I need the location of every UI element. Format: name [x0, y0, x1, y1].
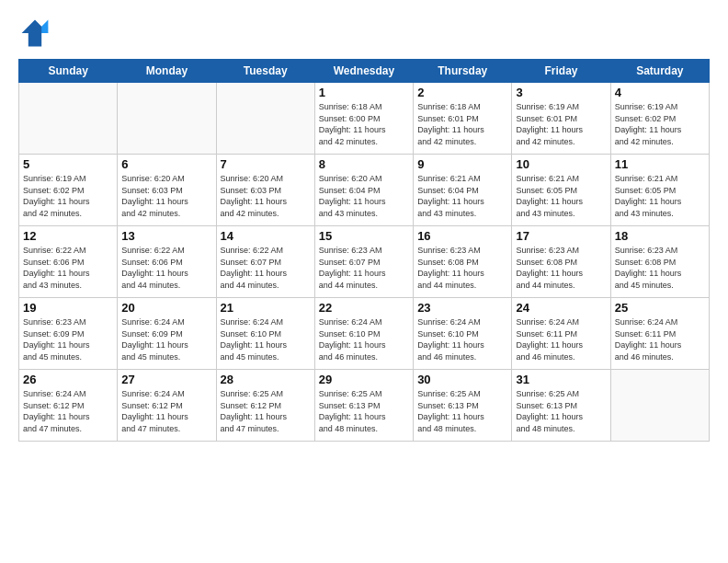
- day-number: 5: [23, 157, 113, 171]
- calendar-cell: 15Sunrise: 6:23 AM Sunset: 6:07 PM Dayli…: [314, 226, 413, 298]
- day-info: Sunrise: 6:23 AM Sunset: 6:08 PM Dayligh…: [417, 245, 507, 291]
- day-info: Sunrise: 6:24 AM Sunset: 6:11 PM Dayligh…: [615, 316, 705, 362]
- calendar-cell: 27Sunrise: 6:24 AM Sunset: 6:12 PM Dayli…: [118, 370, 216, 442]
- day-number: 28: [221, 373, 311, 386]
- day-info: Sunrise: 6:24 AM Sunset: 6:10 PM Dayligh…: [221, 316, 311, 362]
- day-info: Sunrise: 6:20 AM Sunset: 6:04 PM Dayligh…: [319, 173, 409, 219]
- day-info: Sunrise: 6:24 AM Sunset: 6:10 PM Dayligh…: [417, 316, 507, 362]
- day-number: 22: [319, 301, 409, 315]
- day-info: Sunrise: 6:19 AM Sunset: 6:01 PM Dayligh…: [516, 101, 606, 147]
- calendar-cell: 8Sunrise: 6:20 AM Sunset: 6:04 PM Daylig…: [314, 155, 413, 226]
- calendar-cell: 25Sunrise: 6:24 AM Sunset: 6:11 PM Dayli…: [610, 298, 709, 370]
- day-number: 10: [516, 157, 606, 171]
- calendar-cell: 7Sunrise: 6:20 AM Sunset: 6:03 PM Daylig…: [216, 155, 314, 226]
- day-number: 13: [121, 229, 211, 243]
- day-number: 9: [417, 157, 507, 171]
- weekday-header-friday: Friday: [512, 60, 610, 83]
- calendar-cell: [216, 83, 314, 155]
- week-row-1: 1Sunrise: 6:18 AM Sunset: 6:00 PM Daylig…: [19, 83, 710, 155]
- day-info: Sunrise: 6:22 AM Sunset: 6:07 PM Dayligh…: [221, 245, 311, 291]
- day-number: 16: [417, 229, 507, 243]
- day-number: 14: [221, 229, 311, 243]
- week-row-2: 5Sunrise: 6:19 AM Sunset: 6:02 PM Daylig…: [19, 155, 710, 226]
- day-number: 17: [516, 229, 606, 243]
- calendar-cell: [19, 83, 118, 155]
- day-number: 30: [417, 373, 507, 386]
- calendar-cell: 24Sunrise: 6:24 AM Sunset: 6:11 PM Dayli…: [512, 298, 610, 370]
- day-info: Sunrise: 6:19 AM Sunset: 6:02 PM Dayligh…: [615, 101, 705, 147]
- weekday-header-tuesday: Tuesday: [216, 60, 314, 83]
- calendar-cell: 10Sunrise: 6:21 AM Sunset: 6:05 PM Dayli…: [512, 155, 610, 226]
- calendar-cell: 9Sunrise: 6:21 AM Sunset: 6:04 PM Daylig…: [414, 155, 512, 226]
- weekday-header-saturday: Saturday: [610, 60, 709, 83]
- calendar-cell: [118, 83, 216, 155]
- day-info: Sunrise: 6:20 AM Sunset: 6:03 PM Dayligh…: [221, 173, 311, 219]
- day-info: Sunrise: 6:24 AM Sunset: 6:12 PM Dayligh…: [23, 388, 113, 434]
- day-number: 6: [121, 157, 211, 171]
- weekday-header-wednesday: Wednesday: [314, 60, 413, 83]
- calendar-cell: 1Sunrise: 6:18 AM Sunset: 6:00 PM Daylig…: [314, 83, 413, 155]
- calendar-cell: 5Sunrise: 6:19 AM Sunset: 6:02 PM Daylig…: [19, 155, 118, 226]
- day-number: 8: [319, 157, 409, 171]
- calendar-body: 1Sunrise: 6:18 AM Sunset: 6:00 PM Daylig…: [19, 83, 710, 442]
- day-info: Sunrise: 6:21 AM Sunset: 6:04 PM Dayligh…: [417, 173, 507, 219]
- calendar-cell: 18Sunrise: 6:23 AM Sunset: 6:08 PM Dayli…: [610, 226, 709, 298]
- day-number: 23: [417, 301, 507, 315]
- day-number: 29: [319, 373, 409, 386]
- calendar: SundayMondayTuesdayWednesdayThursdayFrid…: [18, 59, 710, 442]
- weekday-header-monday: Monday: [118, 60, 216, 83]
- week-row-4: 19Sunrise: 6:23 AM Sunset: 6:09 PM Dayli…: [19, 298, 710, 370]
- day-info: Sunrise: 6:24 AM Sunset: 6:12 PM Dayligh…: [121, 388, 211, 434]
- calendar-cell: 31Sunrise: 6:25 AM Sunset: 6:13 PM Dayli…: [512, 370, 610, 442]
- calendar-cell: 3Sunrise: 6:19 AM Sunset: 6:01 PM Daylig…: [512, 83, 610, 155]
- day-info: Sunrise: 6:23 AM Sunset: 6:07 PM Dayligh…: [319, 245, 409, 291]
- day-info: Sunrise: 6:21 AM Sunset: 6:05 PM Dayligh…: [516, 173, 606, 219]
- calendar-cell: 30Sunrise: 6:25 AM Sunset: 6:13 PM Dayli…: [414, 370, 512, 442]
- day-number: 26: [23, 373, 113, 386]
- day-info: Sunrise: 6:18 AM Sunset: 6:01 PM Dayligh…: [417, 101, 507, 147]
- day-info: Sunrise: 6:22 AM Sunset: 6:06 PM Dayligh…: [121, 245, 211, 291]
- header: [18, 17, 710, 50]
- day-info: Sunrise: 6:20 AM Sunset: 6:03 PM Dayligh…: [121, 173, 211, 219]
- calendar-cell: 6Sunrise: 6:20 AM Sunset: 6:03 PM Daylig…: [118, 155, 216, 226]
- day-info: Sunrise: 6:25 AM Sunset: 6:12 PM Dayligh…: [221, 388, 311, 434]
- calendar-cell: 22Sunrise: 6:24 AM Sunset: 6:10 PM Dayli…: [314, 298, 413, 370]
- day-info: Sunrise: 6:25 AM Sunset: 6:13 PM Dayligh…: [516, 388, 606, 434]
- day-number: 7: [221, 157, 311, 171]
- calendar-cell: 19Sunrise: 6:23 AM Sunset: 6:09 PM Dayli…: [19, 298, 118, 370]
- day-number: 21: [221, 301, 311, 315]
- day-number: 4: [615, 86, 705, 99]
- logo-icon: [18, 17, 51, 50]
- page: SundayMondayTuesdayWednesdayThursdayFrid…: [0, 0, 728, 563]
- day-info: Sunrise: 6:19 AM Sunset: 6:02 PM Dayligh…: [23, 173, 113, 219]
- calendar-cell: 13Sunrise: 6:22 AM Sunset: 6:06 PM Dayli…: [118, 226, 216, 298]
- calendar-cell: 28Sunrise: 6:25 AM Sunset: 6:12 PM Dayli…: [216, 370, 314, 442]
- day-number: 11: [615, 157, 705, 171]
- day-number: 25: [615, 301, 705, 315]
- calendar-cell: 21Sunrise: 6:24 AM Sunset: 6:10 PM Dayli…: [216, 298, 314, 370]
- day-number: 31: [516, 373, 606, 386]
- day-number: 12: [23, 229, 113, 243]
- day-info: Sunrise: 6:21 AM Sunset: 6:05 PM Dayligh…: [615, 173, 705, 219]
- day-number: 2: [417, 86, 507, 99]
- calendar-cell: 20Sunrise: 6:24 AM Sunset: 6:09 PM Dayli…: [118, 298, 216, 370]
- calendar-cell: [610, 370, 709, 442]
- day-info: Sunrise: 6:25 AM Sunset: 6:13 PM Dayligh…: [319, 388, 409, 434]
- day-info: Sunrise: 6:24 AM Sunset: 6:10 PM Dayligh…: [319, 316, 409, 362]
- calendar-cell: 11Sunrise: 6:21 AM Sunset: 6:05 PM Dayli…: [610, 155, 709, 226]
- calendar-cell: 2Sunrise: 6:18 AM Sunset: 6:01 PM Daylig…: [414, 83, 512, 155]
- logo: [18, 17, 55, 50]
- weekday-header-thursday: Thursday: [414, 60, 512, 83]
- week-row-3: 12Sunrise: 6:22 AM Sunset: 6:06 PM Dayli…: [19, 226, 710, 298]
- calendar-cell: 14Sunrise: 6:22 AM Sunset: 6:07 PM Dayli…: [216, 226, 314, 298]
- day-number: 15: [319, 229, 409, 243]
- calendar-cell: 16Sunrise: 6:23 AM Sunset: 6:08 PM Dayli…: [414, 226, 512, 298]
- calendar-cell: 23Sunrise: 6:24 AM Sunset: 6:10 PM Dayli…: [414, 298, 512, 370]
- calendar-cell: 12Sunrise: 6:22 AM Sunset: 6:06 PM Dayli…: [19, 226, 118, 298]
- day-number: 24: [516, 301, 606, 315]
- day-info: Sunrise: 6:24 AM Sunset: 6:09 PM Dayligh…: [121, 316, 211, 362]
- day-number: 27: [121, 373, 211, 386]
- svg-marker-1: [41, 20, 48, 33]
- day-number: 20: [121, 301, 211, 315]
- day-info: Sunrise: 6:24 AM Sunset: 6:11 PM Dayligh…: [516, 316, 606, 362]
